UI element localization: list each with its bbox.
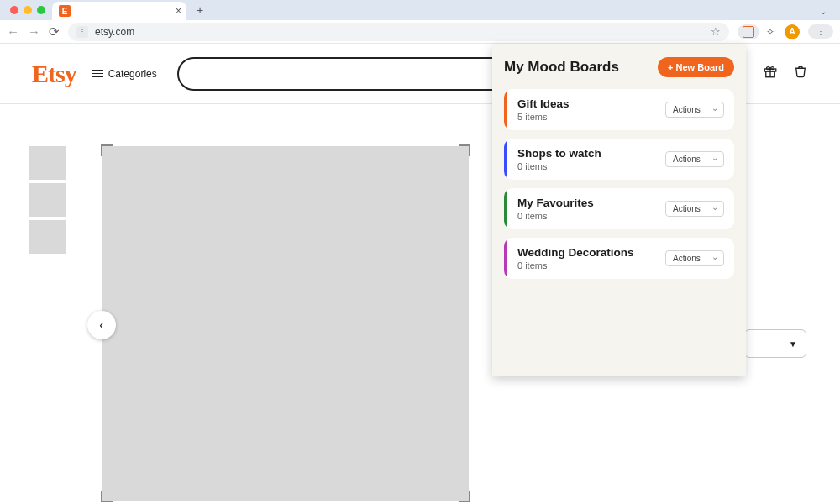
forward-button: → bbox=[28, 24, 40, 39]
tab-strip: E × + ⌄ bbox=[0, 0, 840, 20]
board-info: Shops to watch0 items bbox=[517, 147, 601, 171]
carousel-prev-button[interactable]: ‹ bbox=[87, 311, 116, 339]
extensions-menu-icon[interactable]: ✧ bbox=[764, 26, 776, 38]
board-name: Wedding Decorations bbox=[517, 246, 634, 259]
window-controls bbox=[5, 3, 52, 18]
board-actions-dropdown[interactable]: Actions bbox=[665, 151, 724, 167]
page-content: Etsy Categories ‹ ▼ bbox=[0, 44, 840, 504]
cart-icon[interactable] bbox=[793, 64, 808, 83]
crop-corner bbox=[101, 144, 113, 156]
extensions-area: ✧ bbox=[738, 24, 776, 39]
close-tab-icon[interactable]: × bbox=[176, 5, 181, 17]
extension-pill[interactable] bbox=[738, 24, 759, 39]
site-info-icon[interactable]: ⋮ bbox=[76, 26, 88, 38]
board-item[interactable]: Gift Ideas5 itemsActions bbox=[504, 89, 734, 130]
board-stripe bbox=[504, 238, 507, 279]
etsy-favicon: E bbox=[59, 5, 71, 17]
close-window-button[interactable] bbox=[10, 6, 18, 14]
board-stripe bbox=[504, 89, 507, 130]
back-button[interactable]: ← bbox=[7, 24, 19, 39]
main-image-container: ‹ bbox=[102, 146, 469, 501]
board-item[interactable]: Shops to watch0 itemsActions bbox=[504, 139, 734, 180]
crop-corner bbox=[459, 144, 470, 156]
board-info: My Favourites0 items bbox=[517, 197, 594, 221]
mood-boards-panel: My Mood Boards + New Board Gift Ideas5 i… bbox=[492, 44, 746, 376]
new-board-button[interactable]: + New Board bbox=[658, 57, 734, 77]
extension-icon bbox=[743, 26, 754, 38]
new-tab-button[interactable]: + bbox=[192, 2, 208, 18]
board-count: 5 items bbox=[517, 112, 570, 122]
browser-chrome: E × + ⌄ ← → ⟳ ⋮ etsy.com ☆ ✧ A ⋮ bbox=[0, 0, 840, 44]
chevron-down-icon[interactable]: ⌄ bbox=[820, 7, 827, 16]
panel-header: My Mood Boards + New Board bbox=[504, 57, 734, 77]
boards-list: Gift Ideas5 itemsActionsShops to watch0 … bbox=[504, 89, 734, 279]
variant-select[interactable]: ▼ bbox=[744, 329, 806, 358]
browser-tab[interactable]: E × bbox=[52, 2, 186, 20]
board-item[interactable]: My Favourites0 itemsActions bbox=[504, 188, 734, 229]
thumbnail[interactable] bbox=[29, 183, 66, 217]
board-actions-dropdown[interactable]: Actions bbox=[665, 250, 724, 266]
etsy-logo[interactable]: Etsy bbox=[32, 60, 76, 88]
product-image[interactable] bbox=[102, 146, 469, 501]
board-info: Gift Ideas5 items bbox=[517, 97, 570, 122]
thumbnail[interactable] bbox=[29, 220, 66, 254]
thumbnail-list bbox=[29, 146, 66, 501]
board-name: Gift Ideas bbox=[517, 97, 570, 110]
panel-title: My Mood Boards bbox=[504, 59, 619, 76]
minimize-window-button[interactable] bbox=[24, 6, 32, 14]
board-name: My Favourites bbox=[517, 197, 594, 209]
board-name: Shops to watch bbox=[517, 147, 601, 160]
board-actions-dropdown[interactable]: Actions bbox=[665, 102, 724, 118]
board-stripe bbox=[504, 188, 507, 229]
crop-corner bbox=[459, 491, 470, 502]
board-item[interactable]: Wedding Decorations0 itemsActions bbox=[504, 238, 734, 279]
bookmark-star-icon[interactable]: ☆ bbox=[711, 25, 721, 38]
board-stripe bbox=[504, 139, 507, 180]
board-actions-dropdown[interactable]: Actions bbox=[665, 201, 724, 217]
board-count: 0 items bbox=[517, 211, 594, 221]
header-icons bbox=[763, 64, 808, 83]
profile-avatar[interactable]: A bbox=[785, 24, 800, 39]
board-info: Wedding Decorations0 items bbox=[517, 246, 634, 270]
crop-corner bbox=[101, 491, 113, 502]
maximize-window-button[interactable] bbox=[37, 6, 45, 14]
categories-label: Categories bbox=[108, 68, 157, 80]
browser-menu-button[interactable]: ⋮ bbox=[808, 24, 833, 39]
thumbnail[interactable] bbox=[29, 146, 66, 180]
reload-button[interactable]: ⟳ bbox=[49, 24, 60, 39]
address-bar[interactable]: ⋮ etsy.com ☆ bbox=[68, 23, 729, 41]
board-count: 0 items bbox=[517, 260, 634, 270]
url-text: etsy.com bbox=[95, 26, 134, 38]
gift-icon[interactable] bbox=[763, 64, 778, 83]
board-count: 0 items bbox=[517, 161, 601, 171]
browser-toolbar: ← → ⟳ ⋮ etsy.com ☆ ✧ A ⋮ bbox=[0, 20, 840, 44]
hamburger-icon bbox=[92, 70, 103, 77]
categories-button[interactable]: Categories bbox=[92, 68, 157, 80]
